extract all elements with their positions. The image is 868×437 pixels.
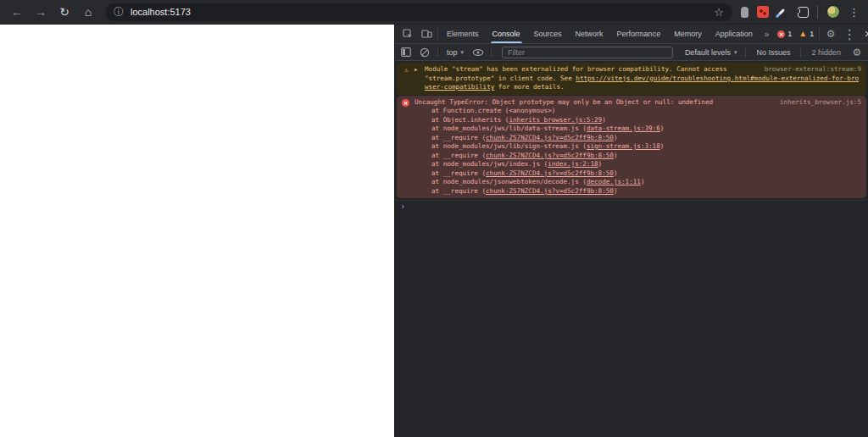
console-messages: ⚠ ▶ browser-external:stream:9 Module "st… bbox=[395, 61, 868, 437]
home-button[interactable]: ⌂ bbox=[78, 2, 98, 22]
devtools-menu-icon[interactable]: ⋮ bbox=[840, 25, 859, 43]
stack-frame: at node_modules/jws/index.js (index.js:2… bbox=[415, 160, 861, 169]
hidden-messages-label[interactable]: 2 hidden bbox=[806, 48, 846, 57]
stack-frame-link[interactable]: chunk-ZS7NZCD4.js?v=d5c2ff9b:8:50 bbox=[486, 169, 614, 177]
console-toolbar: top ▾ Default levels ▾ No Issues 2 hidde… bbox=[395, 44, 868, 61]
extension-grey-icon[interactable] bbox=[741, 7, 748, 18]
inspect-element-icon[interactable] bbox=[398, 25, 417, 43]
url-text[interactable]: localhost:5173 bbox=[131, 7, 714, 17]
error-count-badge[interactable]: ✕ 1 bbox=[774, 25, 795, 43]
devtools-settings-icon[interactable]: ⚙ bbox=[821, 25, 840, 43]
tab-application[interactable]: Application bbox=[709, 25, 760, 43]
site-info-icon[interactable]: ⓘ bbox=[114, 5, 124, 19]
back-button[interactable]: ← bbox=[7, 2, 27, 22]
browser-window: ← → ↻ ⌂ ⓘ localhost:5173 ☆ ⋮ bbox=[0, 0, 868, 437]
tabbar-separator-2 bbox=[819, 28, 820, 40]
error-text: inherits_browser.js:5 Uncaught TypeError… bbox=[415, 98, 861, 196]
prompt-chevron-icon: › bbox=[400, 202, 406, 211]
browser-toolbar: ← → ↻ ⌂ ⓘ localhost:5173 ☆ ⋮ bbox=[0, 0, 868, 25]
tab-network[interactable]: Network bbox=[569, 25, 610, 43]
toolbar-separator-b bbox=[491, 47, 492, 58]
stack-frame-link[interactable]: data-stream.js:39:6 bbox=[587, 124, 660, 132]
bookmark-star-icon[interactable]: ☆ bbox=[714, 6, 724, 19]
console-error-message[interactable]: ✕ inherits_browser.js:5 Uncaught TypeErr… bbox=[397, 96, 866, 199]
eyedropper-extension-icon[interactable] bbox=[777, 6, 789, 18]
warning-badge-icon: ▲ bbox=[798, 30, 807, 38]
stack-frame: at __require (chunk-ZS7NZCD4.js?v=d5c2ff… bbox=[415, 152, 861, 161]
profile-avatar[interactable] bbox=[826, 5, 840, 19]
device-toolbar-icon[interactable] bbox=[417, 25, 436, 43]
stack-frame: at __require (chunk-ZS7NZCD4.js?v=d5c2ff… bbox=[415, 169, 861, 179]
stack-frame: at __require (chunk-ZS7NZCD4.js?v=d5c2ff… bbox=[415, 187, 861, 196]
toolbar-separator-a bbox=[437, 47, 438, 58]
devtools-panel: ElementsConsoleSourcesNetworkPerformance… bbox=[394, 25, 868, 437]
clear-console-icon[interactable] bbox=[417, 47, 432, 58]
console-sidebar-toggle-icon[interactable] bbox=[398, 47, 414, 57]
tab-memory[interactable]: Memory bbox=[667, 25, 709, 43]
live-expression-eye-icon[interactable] bbox=[470, 48, 486, 57]
stack-frame-link[interactable]: sign-stream.js:3:18 bbox=[587, 142, 660, 150]
devtools-tabbar: ElementsConsoleSourcesNetworkPerformance… bbox=[395, 25, 868, 44]
warning-source-link[interactable]: browser-external:stream:9 bbox=[765, 65, 861, 75]
devtools-close-icon[interactable]: ✕ bbox=[859, 25, 868, 43]
toolbar-separator-c bbox=[745, 47, 746, 58]
devtools-tabs: ElementsConsoleSourcesNetworkPerformance… bbox=[440, 25, 760, 43]
warning-icon: ⚠ bbox=[402, 66, 411, 75]
context-selector[interactable]: top ▾ bbox=[443, 48, 467, 57]
stack-frame-link[interactable]: index.js:2:18 bbox=[548, 160, 598, 168]
stack-frame-link[interactable]: decode.js:1:11 bbox=[587, 178, 641, 185]
extension-red-icon[interactable] bbox=[757, 6, 769, 18]
console-warning-message[interactable]: ⚠ ▶ browser-external:stream:9 Module "st… bbox=[397, 63, 866, 95]
url-bar[interactable]: ⓘ localhost:5173 ☆ bbox=[105, 3, 732, 21]
issues-label[interactable]: No Issues bbox=[751, 48, 795, 57]
tab-console[interactable]: Console bbox=[486, 25, 527, 43]
console-filter-input[interactable] bbox=[502, 47, 673, 58]
stack-frame: at Function.create (<anonymous>) bbox=[415, 107, 861, 116]
toolbar-separator bbox=[817, 5, 818, 19]
error-badge-icon: ✕ bbox=[777, 30, 785, 38]
log-levels-dropdown[interactable]: Default levels ▾ bbox=[682, 48, 741, 57]
toolbar-separator-d bbox=[800, 47, 801, 58]
extensions-puzzle-icon[interactable] bbox=[798, 7, 809, 18]
tab-performance[interactable]: Performance bbox=[610, 25, 668, 43]
expand-triangle-icon[interactable]: ▶ bbox=[415, 65, 421, 75]
stack-frame: at node_modules/jws/lib/data-stream.js (… bbox=[415, 124, 861, 134]
stack-frame: at node_modules/jsonwebtoken/decode.js (… bbox=[415, 178, 861, 187]
error-stack: at Function.create (<anonymous>)at Objec… bbox=[415, 107, 861, 196]
tab-sources[interactable]: Sources bbox=[527, 25, 569, 43]
console-prompt[interactable]: › bbox=[395, 200, 868, 212]
error-icon: ✕ bbox=[402, 98, 411, 107]
error-source-link[interactable]: inherits_browser.js:5 bbox=[780, 98, 861, 108]
stack-frame: at node_modules/jws/lib/sign-stream.js (… bbox=[415, 142, 861, 152]
more-tabs-icon[interactable]: » bbox=[760, 25, 775, 43]
stack-frame: at Object.inherits (inherits_browser.js:… bbox=[415, 116, 861, 125]
warning-text: browser-external:stream:9 Module "stream… bbox=[425, 65, 861, 92]
stack-frame-link[interactable]: inherits_browser.js:5:29 bbox=[509, 116, 602, 124]
tabbar-separator bbox=[437, 28, 438, 40]
stack-frame-link[interactable]: chunk-ZS7NZCD4.js?v=d5c2ff9b:8:50 bbox=[486, 187, 614, 195]
reload-button[interactable]: ↻ bbox=[54, 2, 75, 22]
stack-frame-link[interactable]: chunk-ZS7NZCD4.js?v=d5c2ff9b:8:50 bbox=[486, 152, 614, 159]
chevron-down-icon: ▾ bbox=[461, 49, 465, 56]
chevron-down-icon: ▾ bbox=[734, 49, 737, 56]
console-settings-icon[interactable]: ⚙ bbox=[849, 47, 865, 58]
forward-button[interactable]: → bbox=[31, 2, 51, 22]
page-content bbox=[0, 25, 394, 437]
tab-elements[interactable]: Elements bbox=[440, 25, 486, 43]
stack-frame: at __require (chunk-ZS7NZCD4.js?v=d5c2ff… bbox=[415, 134, 861, 143]
warning-count-badge[interactable]: ▲ 1 bbox=[795, 25, 817, 43]
toolbar-extensions: ⋮ bbox=[739, 5, 861, 19]
browser-menu-icon[interactable]: ⋮ bbox=[849, 6, 860, 19]
stack-frame-link[interactable]: chunk-ZS7NZCD4.js?v=d5c2ff9b:8:50 bbox=[486, 134, 614, 141]
